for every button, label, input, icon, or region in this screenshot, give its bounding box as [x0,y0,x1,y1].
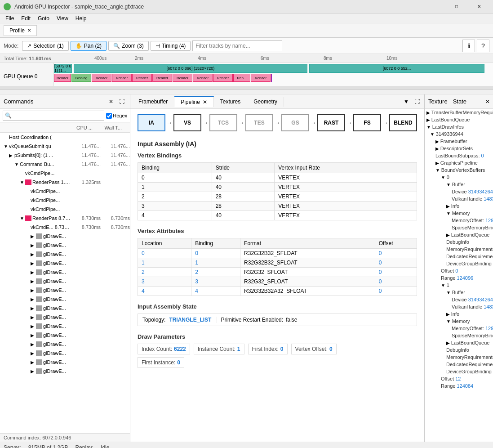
tree-toggle-gldraw-5[interactable]: ▶ [31,270,36,275]
tree-toggle-rpass2[interactable]: ▼ [20,216,25,221]
state-item-graphicspipeline[interactable]: ▶ GraphicsPipeline [425,159,493,166]
state-item-framebuffer[interactable]: ▶ Framebuffer [425,138,493,145]
state-item-device-1[interactable]: Device 3149342640 [425,296,493,303]
sub-bar-render-3[interactable]: Render [112,74,132,82]
state-item-devgrp-1[interactable]: DeviceGroupBinding [425,368,493,375]
state-toggle-3149336944[interactable]: ▼ [430,132,436,137]
tree-item-vkcmd2[interactable]: vkCmdPipe... [0,187,130,196]
state-item-info-1[interactable]: ▶ Info [425,310,493,318]
regex-checkbox[interactable] [106,113,112,119]
tree-item-cmdbuf[interactable]: ▼ Command Bu... 11.476... 11.476... [0,160,130,169]
state-item-devgrp-0[interactable]: DeviceGroupBinding [425,260,493,267]
tree-toggle-gldraw-14[interactable]: ▶ [31,351,36,356]
profile-tab-close-icon[interactable]: ✕ [27,28,31,33]
timeline-scrollbar[interactable] [0,86,493,90]
tree-toggle-rpass1[interactable]: ▼ [20,180,25,185]
tree-item-gldraw-14[interactable]: ▶ glDrawE... [0,349,130,358]
tree-item-vkcmd4[interactable]: vkCmdPipe... [0,205,130,214]
state-item-lastdrawinfos[interactable]: ▼ LastDrawInfos [425,123,493,130]
state-item-descriptorsets[interactable]: ▶ DescriptorSets [425,145,493,152]
state-toggle-buf-0[interactable]: ▼ [446,182,452,187]
tree-toggle-gldraw-12[interactable]: ▶ [31,333,36,338]
state-toggle-info-0[interactable]: ▶ [446,204,451,209]
state-toggle-lbq-top[interactable]: ▶ [426,117,431,122]
state-toggle-info-1[interactable]: ▶ [446,312,451,317]
tree-item-rpass1[interactable]: ▼ RenderPass 1.325ms 1.325ms [0,178,130,187]
state-toggle-lbq-1[interactable]: ▶ [446,340,451,345]
state-item-memreq-1[interactable]: MemoryRequirements [425,354,493,361]
stage-vs[interactable]: VS [173,114,201,131]
gpu-bar-2[interactable]: [6072 0 0 866] (1520×720) [74,64,307,73]
tree-toggle-gldraw-2[interactable]: ▶ [31,243,36,248]
tab-pipeline[interactable]: Pipeline ✕ [174,96,214,107]
state-item-buffer-0[interactable]: ▼ Buffer [425,181,493,188]
tree-item-psubmits[interactable]: ▶ pSubmits[0]: (1 ... 11.476... 11.476..… [0,151,130,160]
state-toggle-gp[interactable]: ▶ [435,161,440,166]
tab-dropdown-button[interactable]: ▼ [402,96,411,107]
tree-item-gldraw-15[interactable]: ▶ glDrawE... [0,358,130,367]
tree-item-vkcmd3[interactable]: vkCmdPipe... [0,196,130,205]
sub-bar-ren[interactable]: Ren... [233,74,250,82]
state-toggle-transferbuf[interactable]: ▶ [426,110,431,115]
sub-bar-render-9[interactable]: Render [251,74,271,82]
commands-close-icon[interactable]: ✕ [107,97,115,106]
sub-bar-binning[interactable]: Binning [71,74,91,82]
tab-expand-button[interactable]: ⛶ [412,96,422,107]
sub-bar-render-2[interactable]: Render [92,74,111,82]
tree-item-gldraw-3[interactable]: ▶ glDrawE... [0,250,130,259]
state-close-icon[interactable]: ✕ [483,97,492,106]
state-toggle-ds[interactable]: ▶ [435,146,440,151]
gpu-bar-1[interactable]: [6072 0 0 1] (1... [54,64,72,73]
sub-bar-render-1[interactable]: Render [54,74,71,82]
state-item-memoffset-0[interactable]: MemoryOffset: 12964288 [425,217,493,224]
state-item-offset-0[interactable]: Offset 0 [425,267,493,274]
help-button[interactable]: ? [477,40,489,52]
tree-toggle-cmdbuf[interactable]: ▼ [14,162,20,167]
tree-item-gldraw-1[interactable]: ▶ glDrawE... [0,232,130,241]
state-item-device-0[interactable]: Device 3149342640 [425,188,493,195]
state-toggle-buf-1[interactable]: ▼ [446,290,452,295]
state-toggle-mem-0[interactable]: ▼ [446,211,452,216]
state-toggle-ldi[interactable]: ▼ [426,125,432,130]
menu-goto[interactable]: Goto [34,14,53,22]
selection-mode-button[interactable]: ↗ Selection (1) [22,41,68,51]
state-item-memoffset-1[interactable]: MemoryOffset: 12964288... [425,325,493,332]
tree-item-gldraw-7[interactable]: ▶ glDrawE... [0,286,130,295]
filter-tracks-input[interactable] [192,40,282,51]
state-item-sparse-1[interactable]: SparseMemoryBindings [425,332,493,339]
state-item-vulkanhandle-0[interactable]: VulkanHandle 1483992096... [425,195,493,202]
tree-item-gldraw-16[interactable]: ▶ glDrawE... [0,367,130,376]
sub-bar-remainder[interactable] [271,74,272,82]
state-item-range-0[interactable]: Range 124096 [425,274,493,282]
tab-geometry[interactable]: Geometry [247,97,284,107]
tree-toggle-vkqueue[interactable]: ▼ [4,144,9,149]
gpu-bar-3[interactable]: [6072 0 0 552... [309,64,484,73]
tree-item-vkcmde[interactable]: vkCmdE... 8.730ms 8.730ms 8.730ms [0,223,130,232]
sub-bar-render-5[interactable]: Render [152,74,172,82]
state-toggle-fb[interactable]: ▶ [435,139,440,144]
tree-item-gldraw-6[interactable]: ▶ glDrawE... [0,277,130,286]
tree-item-gldraw-4[interactable]: ▶ glDrawE... [0,259,130,268]
state-toggle-bvb-1[interactable]: ▼ [441,283,447,288]
state-item-bvb-0[interactable]: ▼ 0 [425,174,493,181]
tree-toggle-gldraw-13[interactable]: ▶ [31,342,36,347]
tree-toggle-gldraw-1[interactable]: ▶ [31,234,36,239]
sub-bar-render-4[interactable]: Render [132,74,152,82]
profile-tab[interactable]: Profile ✕ [4,25,37,36]
tree-item-gldraw-9[interactable]: ▶ glDrawE... [0,304,130,313]
tree-toggle-gldraw-16[interactable]: ▶ [31,369,36,374]
state-item-lastboundqueue-top[interactable]: ▶ LastBoundQueue [425,116,493,123]
state-item-bvb-1[interactable]: ▼ 1 [425,282,493,289]
state-item-sparse-0[interactable]: SparseMemoryBindings [425,224,493,231]
tab-pipeline-close-icon[interactable]: ✕ [203,99,207,105]
tab-framebuffer[interactable]: Framebuffer [132,97,174,107]
stage-rast[interactable]: RAST [317,114,345,131]
sub-bar-render-8[interactable]: Render [213,74,233,82]
state-item-dedreq-1[interactable]: DedicatedRequirements [425,361,493,368]
stage-tes[interactable]: TES [245,114,273,131]
state-item-lbq-1[interactable]: ▶ LastBoundQueue [425,339,493,346]
stage-ia[interactable]: IA [138,114,165,131]
tree-item-gldraw-5[interactable]: ▶ glDrawE... [0,268,130,277]
tree-item-gldraw-10[interactable]: ▶ glDrawE... [0,313,130,322]
tree-toggle-psubmits[interactable]: ▶ [9,153,14,158]
